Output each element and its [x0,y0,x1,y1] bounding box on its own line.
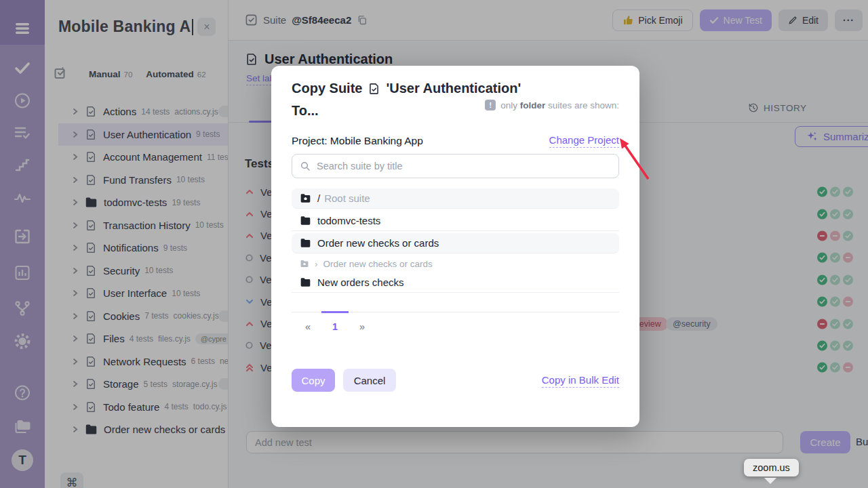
folder-home-icon [300,260,309,268]
search-icon [300,161,311,171]
suite-search-box [292,154,619,178]
breadcrumb-label: Order new checks or cards [323,259,433,269]
copy-in-bulk-edit-link[interactable]: Copy in Bulk Edit [542,374,619,388]
folder-row-new-orders[interactable]: New orders checks [292,272,619,293]
modal-title-tail: To... [292,103,319,119]
pagination: « 1 » [292,312,619,332]
copy-suite-modal: Copy Suite 'User Authentication' To... !… [271,66,639,427]
root-slash: / [317,192,320,204]
folder-icon [300,216,311,226]
folder-home-icon [300,193,311,203]
suite-doc-icon [368,82,380,96]
pagination-next[interactable]: » [349,312,376,332]
folder-icon [300,238,311,248]
pagination-prev[interactable]: « [294,312,321,332]
breadcrumb-separator: › [315,259,318,269]
folder-icon [300,277,311,287]
folder-row-order-checks[interactable]: Order new checks or cards [292,233,619,253]
suite-search-input[interactable] [317,161,611,171]
info-icon: ! [485,100,496,110]
cancel-button[interactable]: Cancel [343,369,396,392]
root-label: Root suite [324,192,370,204]
folder-only-note: ! only folder suites are shown: [485,100,619,110]
destination-suite-list: / Root suite todomvc-tests Order new che… [292,188,619,295]
change-project-link[interactable]: Change Project [549,134,619,148]
folder-breadcrumb: › Order new checks or cards [292,256,619,271]
copy-button[interactable]: Copy [292,369,335,392]
root-suite-row[interactable]: / Root suite [292,188,619,209]
app-window: T Mobile Banking A × Manual70 Automated6… [0,0,868,488]
folder-row-todomvc[interactable]: todomvc-tests [292,211,619,231]
pagination-page-1[interactable]: 1 [321,311,349,332]
project-line: Project: Mobile Banking App [292,135,423,147]
modal-title: Copy Suite 'User Authentication' [292,81,521,96]
os-app-tooltip: zoom.us [744,459,799,476]
